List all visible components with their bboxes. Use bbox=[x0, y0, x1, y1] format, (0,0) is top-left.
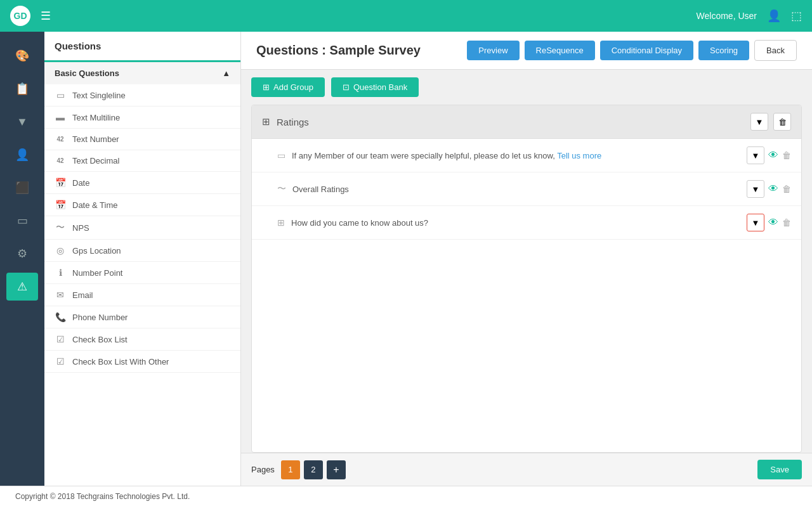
checkbox-list-other-icon: ☑ bbox=[55, 356, 66, 367]
back-button[interactable]: Back bbox=[754, 40, 797, 61]
gps-icon: ◎ bbox=[55, 245, 66, 256]
question-2-collapse-button[interactable]: ▼ bbox=[747, 180, 764, 198]
add-group-button[interactable]: ⊞ Add Group bbox=[251, 77, 325, 97]
question-bank-button[interactable]: ⊡ Question Bank bbox=[331, 77, 419, 97]
sidebar-item-checkbox-list-other[interactable]: ☑ Check Box List With Other bbox=[44, 351, 240, 373]
question-bank-icon: ⊡ bbox=[343, 82, 350, 92]
question-3-text: How did you came to know about us? bbox=[291, 218, 747, 228]
question-2-actions: ▼ 👁 🗑 bbox=[747, 180, 791, 198]
add-group-label: Add Group bbox=[273, 82, 313, 92]
questions-panel-title: Questions bbox=[55, 41, 101, 51]
save-button[interactable]: Save bbox=[757, 460, 802, 479]
app-logo[interactable]: GD bbox=[10, 6, 30, 26]
question-3-collapse-button[interactable]: ▼ bbox=[747, 214, 764, 231]
question-3-visibility-button[interactable]: 👁 bbox=[768, 217, 778, 228]
question-1-type-icon: ▭ bbox=[277, 150, 285, 160]
logo-icon: GD bbox=[14, 11, 27, 21]
sidebar-icon-alert[interactable]: ⚠ bbox=[6, 273, 38, 301]
sidebar-item-text-singleline[interactable]: ▭ Text Singleline bbox=[44, 84, 240, 107]
question-2-visibility-button[interactable]: 👁 bbox=[768, 183, 778, 195]
sidebar-item-text-multiline[interactable]: ▬ Text Multiline bbox=[44, 107, 240, 129]
question-bank-label: Question Bank bbox=[353, 82, 407, 92]
sidebar-item-number-point[interactable]: ℹ Number Point bbox=[44, 262, 240, 284]
questions-panel-header: Questions bbox=[44, 32, 240, 62]
page-1-button[interactable]: 1 bbox=[281, 460, 300, 479]
hamburger-icon[interactable]: ☰ bbox=[41, 9, 51, 23]
resequence-button[interactable]: ReSequence bbox=[525, 41, 595, 60]
question-3-type-icon: ⊞ bbox=[277, 217, 285, 228]
group-delete-button[interactable]: 🗑 bbox=[773, 113, 791, 131]
sidebar-icon-settings[interactable]: ⚙ bbox=[6, 240, 38, 268]
question-1-actions: ▼ 👁 🗑 bbox=[747, 146, 791, 164]
preview-button[interactable]: Preview bbox=[467, 41, 519, 60]
sidebar-icons: 🎨 📋 ▼ 👤 ⬛ ▭ ⚙ ⚠ bbox=[0, 32, 44, 486]
text-decimal-icon: 42 bbox=[55, 157, 66, 164]
basic-questions-label: Basic Questions bbox=[55, 68, 119, 78]
sidebar-icon-layers[interactable]: ⬛ bbox=[6, 174, 38, 202]
user-icon[interactable]: 👤 bbox=[767, 9, 781, 23]
text-singleline-icon: ▭ bbox=[55, 90, 66, 100]
scoring-button[interactable]: Scoring bbox=[698, 41, 749, 60]
phone-icon: 📞 bbox=[55, 312, 66, 322]
text-number-label: Text Number bbox=[72, 134, 119, 144]
checkbox-list-label: Check Box List bbox=[72, 335, 128, 344]
sidebar-icon-filter[interactable]: ▼ bbox=[6, 108, 38, 136]
question-1-delete-button[interactable]: 🗑 bbox=[782, 150, 791, 160]
question-row-2: 〜 Overall Ratings ▼ 👁 🗑 bbox=[252, 172, 801, 206]
text-decimal-label: Text Decimal bbox=[72, 156, 119, 165]
conditional-display-button[interactable]: Conditional Display bbox=[600, 41, 693, 60]
text-singleline-label: Text Singleline bbox=[72, 91, 126, 100]
question-row-3-left: ⊞ How did you came to know about us? bbox=[277, 217, 747, 228]
add-page-button[interactable]: + bbox=[327, 460, 346, 479]
basic-questions-header[interactable]: Basic Questions ▲ bbox=[44, 62, 240, 84]
sidebar-item-gps[interactable]: ◎ Gps Location bbox=[44, 240, 240, 262]
question-2-delete-button[interactable]: 🗑 bbox=[782, 184, 791, 194]
gps-label: Gps Location bbox=[72, 246, 121, 256]
question-row-1: ▭ If any Member of our team were special… bbox=[252, 139, 801, 172]
question-3-delete-button[interactable]: 🗑 bbox=[782, 217, 791, 228]
group-name: Ratings bbox=[277, 117, 309, 127]
footer-bar: Pages 1 2 + Save bbox=[241, 453, 812, 486]
group-header: ⊞ Ratings ▼ 🗑 bbox=[252, 105, 801, 139]
question-1-collapse-button[interactable]: ▼ bbox=[747, 146, 764, 164]
email-label: Email bbox=[72, 290, 93, 300]
collapse-icon: ▲ bbox=[222, 68, 230, 78]
toolbar: ⊞ Add Group ⊡ Question Bank bbox=[241, 70, 812, 105]
number-point-icon: ℹ bbox=[55, 268, 66, 278]
text-multiline-label: Text Multiline bbox=[72, 113, 120, 122]
sidebar-item-text-decimal[interactable]: 42 Text Decimal bbox=[44, 150, 240, 172]
pages-label: Pages bbox=[251, 465, 275, 474]
logout-icon[interactable]: ⬚ bbox=[791, 9, 802, 23]
question-1-link[interactable]: Tell us more bbox=[557, 151, 601, 160]
welcome-text: Welcome, User bbox=[697, 11, 757, 21]
date-icon: 📅 bbox=[55, 178, 66, 188]
top-nav-left: GD ☰ bbox=[10, 6, 51, 26]
main-layout: 🎨 📋 ▼ 👤 ⬛ ▭ ⚙ ⚠ Questions Basic Question… bbox=[0, 32, 812, 486]
top-nav-right: Welcome, User 👤 ⬚ bbox=[697, 9, 802, 23]
sidebar-icon-tablet[interactable]: ▭ bbox=[6, 207, 38, 235]
sidebar-item-phone-number[interactable]: 📞 Phone Number bbox=[44, 306, 240, 328]
sidebar-item-text-number[interactable]: 42 Text Number bbox=[44, 129, 240, 150]
nps-icon: 〜 bbox=[55, 222, 66, 233]
page-2-button[interactable]: 2 bbox=[304, 460, 323, 479]
question-2-type-icon: 〜 bbox=[277, 183, 286, 195]
group-collapse-button[interactable]: ▼ bbox=[750, 113, 768, 131]
sidebar-item-date[interactable]: 📅 Date bbox=[44, 172, 240, 194]
sidebar-icon-surveys[interactable]: 📋 bbox=[6, 75, 38, 103]
sidebar-item-date-time[interactable]: 📅 Date & Time bbox=[44, 194, 240, 216]
checkbox-list-icon: ☑ bbox=[55, 334, 66, 344]
page-header: Questions : Sample Survey Preview ReSequ… bbox=[241, 32, 812, 70]
sidebar-icon-person[interactable]: 👤 bbox=[6, 141, 38, 169]
question-2-text: Overall Ratings bbox=[292, 185, 747, 194]
sidebar-item-checkbox-list[interactable]: ☑ Check Box List bbox=[44, 328, 240, 351]
question-1-text: If any Member of our team were specially… bbox=[292, 151, 747, 160]
group-icon: ⊞ bbox=[262, 116, 270, 127]
copyright-text: Copyright © 2018 Techgrains Technologies… bbox=[15, 492, 190, 501]
top-nav: GD ☰ Welcome, User 👤 ⬚ bbox=[0, 0, 812, 32]
sidebar-item-email[interactable]: ✉ Email bbox=[44, 284, 240, 306]
number-point-label: Number Point bbox=[72, 268, 122, 278]
sidebar-icon-dashboard[interactable]: 🎨 bbox=[6, 42, 38, 70]
sidebar-item-nps[interactable]: 〜 NPS bbox=[44, 216, 240, 240]
checkbox-list-other-label: Check Box List With Other bbox=[72, 357, 169, 367]
question-1-visibility-button[interactable]: 👁 bbox=[768, 150, 778, 161]
